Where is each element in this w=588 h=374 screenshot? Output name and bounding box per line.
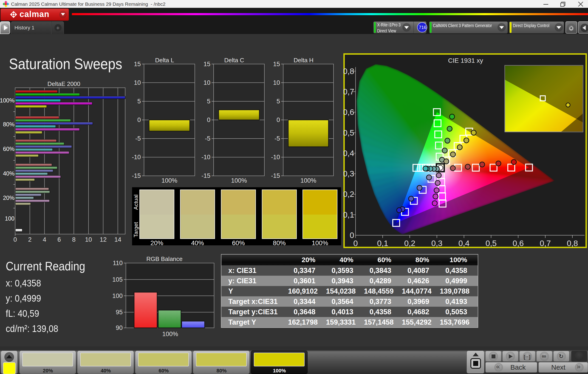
svg-text:80%: 80% [3,121,14,128]
svg-text:15: 15 [203,61,210,67]
svg-text:0,4: 0,4 [458,239,470,248]
svg-text:10: 10 [85,236,92,243]
svg-text:5: 5 [277,98,280,105]
svg-text:0,5: 0,5 [485,239,497,248]
svg-text:12: 12 [100,236,106,243]
svg-text:0,8: 0,8 [343,67,354,75]
svg-text:-5: -5 [274,135,280,142]
svg-text:DeltaE 2000: DeltaE 2000 [47,80,80,87]
svg-text:0: 0 [350,231,354,240]
svg-text:100%: 100% [161,177,177,184]
svg-text:-10: -10 [132,154,141,160]
svg-text:Delta C: Delta C [224,57,244,64]
svg-text:-15: -15 [132,172,141,179]
svg-text:0: 0 [353,239,358,248]
svg-text:0,1: 0,1 [377,239,388,248]
svg-text:100%: 100% [231,177,247,184]
svg-text:-10: -10 [271,154,280,160]
svg-text:RGB Balance: RGB Balance [146,256,183,262]
svg-text:0,1: 0,1 [343,210,354,219]
svg-text:20%: 20% [3,195,14,201]
svg-text:0: 0 [207,117,210,123]
svg-text:15: 15 [273,61,280,67]
svg-text:0,6: 0,6 [343,107,354,117]
svg-text:10: 10 [134,79,141,86]
svg-text:0,2: 0,2 [343,190,354,199]
svg-text:0: 0 [277,117,280,123]
svg-text:6: 6 [57,236,61,243]
svg-text:100: 100 [5,215,14,222]
svg-text:60%: 60% [3,146,14,152]
svg-text:0,7: 0,7 [343,87,354,96]
svg-text:5: 5 [137,98,141,105]
svg-text:15: 15 [134,61,141,67]
svg-text:0,7: 0,7 [540,239,551,248]
svg-text:90: 90 [116,324,123,331]
svg-text:14: 14 [114,236,121,243]
svg-text:10: 10 [273,79,280,86]
svg-text:0,8: 0,8 [567,239,578,248]
svg-text:5: 5 [207,98,210,105]
svg-text:110: 110 [113,260,123,267]
svg-text:100%: 100% [162,331,178,337]
svg-text:10: 10 [203,79,210,86]
svg-text:100%: 100% [300,177,316,184]
svg-text:100%: 100% [0,97,14,104]
svg-text:0,3: 0,3 [431,239,443,248]
svg-text:Delta H: Delta H [294,57,314,64]
svg-text:0,2: 0,2 [404,239,416,248]
svg-text:CIE 1931 xy: CIE 1931 xy [448,57,483,64]
svg-text:0: 0 [137,117,141,123]
svg-text:0,6: 0,6 [513,239,524,248]
svg-text:0,3: 0,3 [343,169,354,178]
svg-text:-15: -15 [201,172,210,179]
svg-text:-10: -10 [201,154,210,160]
svg-text:105: 105 [112,276,123,283]
svg-text:Delta L: Delta L [155,57,174,64]
svg-text:-5: -5 [205,135,210,142]
svg-text:100: 100 [112,292,123,299]
svg-text:40%: 40% [3,170,14,177]
svg-text:2: 2 [28,236,32,243]
svg-text:95: 95 [116,309,123,316]
svg-text:-15: -15 [271,172,280,179]
svg-text:8: 8 [72,236,75,243]
svg-text:-5: -5 [135,135,141,142]
svg-text:0,4: 0,4 [343,149,354,158]
svg-text:0: 0 [13,236,17,243]
svg-text:0,5: 0,5 [343,128,354,137]
svg-text:4: 4 [43,236,46,243]
